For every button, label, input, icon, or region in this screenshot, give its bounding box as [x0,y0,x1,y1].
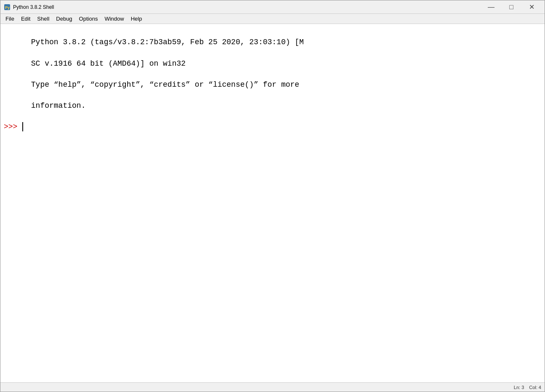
status-line: Ln: 3 [514,385,524,390]
status-col: Col: 4 [529,385,541,390]
title-bar: Py Python 3.8.2 Shell — □ ✕ [0,0,545,14]
output-line2: SC v.1916 64 bit (AMD64)] on win32 [31,59,186,68]
menu-help[interactable]: Help [128,15,146,23]
cursor [22,122,23,131]
menu-file[interactable]: File [2,15,18,23]
maximize-button[interactable]: □ [502,1,521,13]
menu-shell[interactable]: Shell [34,15,53,23]
window-title: Python 3.8.2 Shell [13,4,481,10]
prompt-line: >>> [4,122,541,131]
svg-text:Py: Py [5,5,10,10]
menu-window[interactable]: Window [101,15,127,23]
shell-output: Python 3.8.2 (tags/v3.8.2:7b3ab59, Feb 2… [4,27,541,122]
status-bar: Ln: 3 Col: 4 [0,382,545,392]
menu-debug[interactable]: Debug [53,15,75,23]
app-icon: Py [4,4,11,11]
menu-edit[interactable]: Edit [18,15,34,23]
shell-content[interactable]: Python 3.8.2 (tags/v3.8.2:7b3ab59, Feb 2… [0,24,545,382]
menu-options[interactable]: Options [76,15,101,23]
python-shell-window: Py Python 3.8.2 Shell — □ ✕ File Edit Sh… [0,0,545,392]
output-line4: information. [31,101,86,110]
output-line3: Type “help”, “copyright”, “credits” or “… [31,80,299,89]
close-button[interactable]: ✕ [522,1,541,13]
shell-prompt: >>> [4,123,17,131]
menu-bar: File Edit Shell Debug Options Window Hel… [0,14,545,24]
window-controls: — □ ✕ [481,1,541,13]
output-line1: Python 3.8.2 (tags/v3.8.2:7b3ab59, Feb 2… [31,38,304,46]
minimize-button[interactable]: — [481,1,501,13]
